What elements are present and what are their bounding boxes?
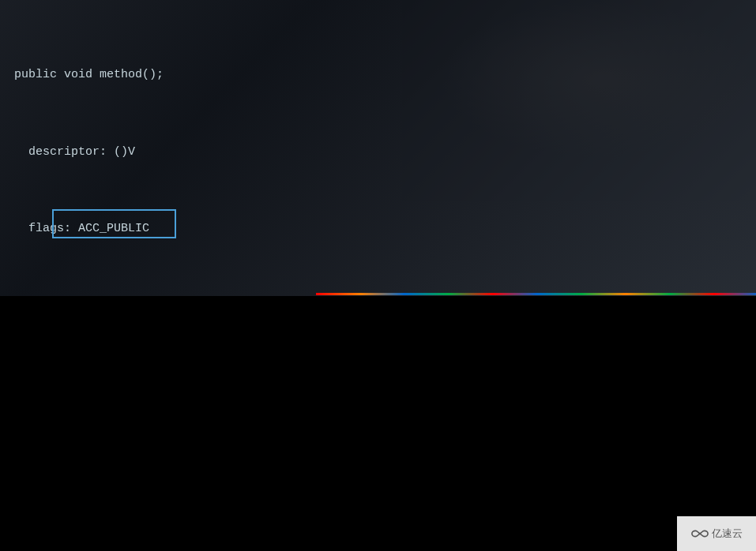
code-line: flags: ACC_PUBLIC [14,216,690,242]
code-line: descriptor: ()V [14,140,690,166]
watermark: 亿速云 [677,516,756,551]
code-line: public void method(); [14,62,690,88]
lower-black-area [0,296,756,551]
watermark-text: 亿速云 [712,527,743,541]
cloud-infinity-icon [691,527,709,540]
rainbow-separator [316,293,756,295]
